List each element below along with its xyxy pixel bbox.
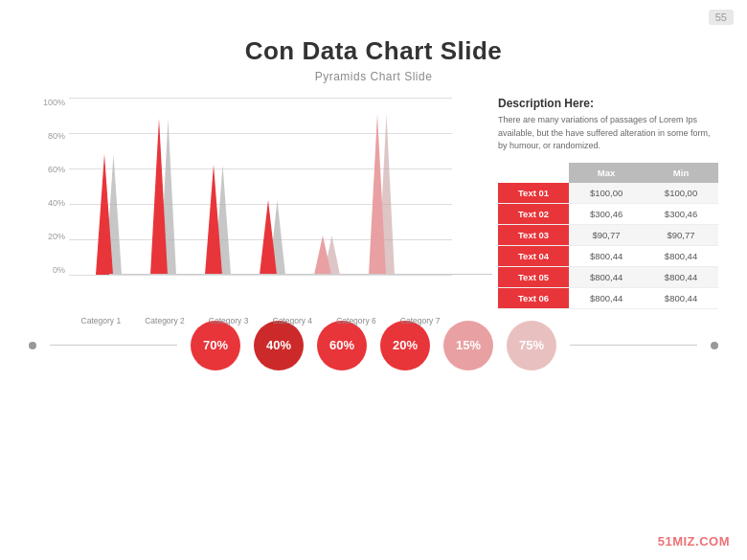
page-number: 55 xyxy=(709,10,734,25)
pyramids-svg xyxy=(69,98,452,275)
row-min: $800,44 xyxy=(644,245,718,266)
y-label: 40% xyxy=(48,198,65,208)
row-min: $90,77 xyxy=(644,224,718,245)
row-label: Text 04 xyxy=(498,245,569,266)
table-row: Text 01 $100,00 $100,00 xyxy=(498,183,718,204)
x-label: Category 7 xyxy=(394,316,446,325)
y-label: 0% xyxy=(53,265,65,275)
data-table: Max Min Text 01 $100,00 $100,00 Text 02 … xyxy=(498,163,718,309)
dot-line-right xyxy=(570,345,697,346)
chart-section: 100% 80% 60% 40% 20% 0% xyxy=(29,93,481,309)
col-label-header xyxy=(498,163,569,183)
dot-circle: 15% xyxy=(443,321,493,370)
row-min: $100,00 xyxy=(644,183,718,204)
watermark: 51MIZ.COM xyxy=(658,534,730,549)
y-axis: 100% 80% 60% 40% 20% 0% xyxy=(29,98,65,275)
axis-line xyxy=(109,274,492,275)
header: Con Data Chart Slide Pyramids Chart Slid… xyxy=(0,0,747,83)
table-row: Text 06 $800,44 $800,44 xyxy=(498,287,718,308)
table-body: Text 01 $100,00 $100,00 Text 02 $300,46 … xyxy=(498,183,718,309)
dot-circle: 20% xyxy=(380,321,430,370)
table-header-row: Max Min xyxy=(498,163,718,183)
y-label: 60% xyxy=(48,165,65,174)
slide-subtitle: Pyramids Chart Slide xyxy=(0,70,747,83)
y-label: 100% xyxy=(43,98,65,107)
description-text: There are many variations of passages of… xyxy=(498,114,718,153)
row-min: $300,46 xyxy=(644,203,718,224)
x-label: Category 6 xyxy=(329,316,382,325)
dot-circle: 75% xyxy=(507,321,556,370)
content-area: 100% 80% 60% 40% 20% 0% xyxy=(0,83,747,309)
row-min: $800,44 xyxy=(644,266,718,287)
chart-inner xyxy=(69,98,452,275)
row-label: Text 02 xyxy=(498,203,569,224)
row-max: $800,44 xyxy=(569,245,644,266)
row-max: $800,44 xyxy=(569,287,644,308)
row-label: Text 01 xyxy=(498,183,569,204)
x-label: Category 2 xyxy=(138,316,191,325)
slide: 55 Con Data Chart Slide Pyramids Chart S… xyxy=(0,0,747,560)
col-max-header: Max xyxy=(569,163,644,183)
table-row: Text 04 $800,44 $800,44 xyxy=(498,245,718,266)
description-title: Description Here: xyxy=(498,97,718,110)
desc-table-section: Description Here: There are many variati… xyxy=(498,97,718,309)
dot-connector-right xyxy=(711,342,718,349)
row-max: $800,44 xyxy=(569,266,644,287)
row-max: $90,77 xyxy=(569,224,644,245)
table-row: Text 05 $800,44 $800,44 xyxy=(498,266,718,287)
dots-row: 70%40%60%20%15%75% xyxy=(0,321,747,370)
row-min: $800,44 xyxy=(644,287,718,308)
dot-circle: 70% xyxy=(191,321,240,370)
y-label: 20% xyxy=(48,232,65,241)
x-label: Category 3 xyxy=(202,316,255,325)
dot-circle: 40% xyxy=(254,321,304,370)
chart-container: 100% 80% 60% 40% 20% 0% xyxy=(29,98,469,308)
dot-circle: 60% xyxy=(317,321,367,370)
slide-title: Con Data Chart Slide xyxy=(0,36,747,66)
dot-line xyxy=(50,345,177,346)
row-label: Text 05 xyxy=(498,266,569,287)
table-row: Text 03 $90,77 $90,77 xyxy=(498,224,718,245)
dot-connector-left xyxy=(29,342,36,349)
x-label: Category 4 xyxy=(266,316,319,325)
row-max: $300,46 xyxy=(569,203,644,224)
row-max: $100,00 xyxy=(569,183,644,204)
col-min-header: Min xyxy=(644,163,718,183)
y-label: 80% xyxy=(48,131,65,141)
x-label: Category 1 xyxy=(75,316,127,325)
dots-container: 70%40%60%20%15%75% xyxy=(191,321,556,370)
row-label: Text 03 xyxy=(498,224,569,245)
table-row: Text 02 $300,46 $300,46 xyxy=(498,203,718,224)
x-axis: Category 1 Category 2 Category 3 Categor… xyxy=(69,316,452,325)
row-label: Text 06 xyxy=(498,287,569,308)
